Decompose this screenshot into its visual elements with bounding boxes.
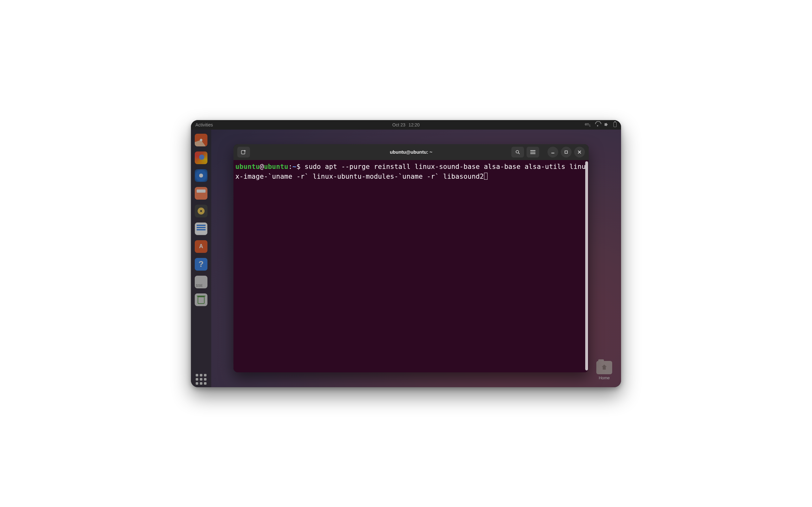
screen-frame: Activities Oct 23 12:20 en1 ? SSE Home bbox=[191, 120, 621, 387]
prompt-colon: : bbox=[288, 163, 293, 170]
screenshot-icon: SSE bbox=[195, 276, 207, 288]
minimize-button[interactable] bbox=[548, 147, 558, 158]
prompt-at: @ bbox=[260, 163, 264, 170]
hamburger-menu-button[interactable] bbox=[526, 147, 539, 158]
new-tab-button[interactable] bbox=[237, 147, 250, 158]
maximize-button[interactable] bbox=[561, 147, 571, 158]
battery-icon[interactable] bbox=[613, 122, 617, 127]
firefox-icon bbox=[195, 152, 207, 164]
prompt-host: ubuntu bbox=[264, 163, 288, 170]
terminal-content[interactable]: ubuntu@ubuntu:~$ sudo apt --purge reinst… bbox=[234, 160, 589, 372]
gnome-topbar: Activities Oct 23 12:20 en1 bbox=[191, 120, 621, 130]
rhythmbox-icon bbox=[195, 205, 207, 217]
network-icon[interactable] bbox=[595, 123, 600, 126]
desktop-home-folder[interactable]: Home bbox=[596, 361, 612, 380]
dock-app-installer[interactable] bbox=[193, 132, 209, 148]
dock-app-trash[interactable] bbox=[193, 292, 209, 308]
lang-code: en bbox=[585, 122, 589, 126]
terminal-title: ubuntu@ubuntu: ~ bbox=[390, 149, 432, 155]
new-tab-icon bbox=[241, 150, 246, 155]
dock: ? SSE bbox=[191, 130, 211, 387]
topbar-date: Oct 23 bbox=[392, 122, 405, 127]
terminal-headerbar: ubuntu@ubuntu: ~ bbox=[234, 144, 589, 160]
close-button[interactable] bbox=[574, 147, 585, 158]
installer-icon bbox=[195, 134, 207, 147]
dock-app-firefox[interactable] bbox=[193, 150, 209, 166]
prompt-user: ubuntu bbox=[235, 163, 260, 170]
hamburger-icon bbox=[530, 150, 536, 155]
applications-grid-icon bbox=[195, 373, 207, 386]
dock-app-screenshot[interactable]: SSE bbox=[193, 274, 209, 290]
dock-app-writer[interactable] bbox=[193, 221, 209, 237]
show-applications-button[interactable] bbox=[193, 372, 209, 387]
terminal-window: ubuntu@ubuntu: ~ ubuntu@ubuntu:~$ sudo a… bbox=[234, 144, 589, 372]
lang-variant: 1 bbox=[589, 124, 591, 127]
software-icon bbox=[195, 240, 207, 253]
terminal-line: ubuntu@ubuntu:~$ sudo apt --purge reinst… bbox=[235, 162, 586, 182]
topbar-time: 12:20 bbox=[409, 122, 420, 127]
dock-app-files[interactable] bbox=[193, 185, 209, 201]
activities-button[interactable]: Activities bbox=[191, 122, 217, 127]
dock-app-rhythmbox[interactable] bbox=[193, 203, 209, 219]
dock-app-thunderbird[interactable] bbox=[193, 168, 209, 183]
minimize-icon bbox=[550, 150, 555, 155]
volume-icon[interactable] bbox=[605, 123, 609, 126]
dock-app-help[interactable]: ? bbox=[193, 257, 209, 272]
home-folder-icon bbox=[596, 361, 612, 374]
terminal-scrollbar[interactable] bbox=[585, 161, 588, 371]
search-icon bbox=[515, 150, 520, 155]
input-language-indicator[interactable]: en1 bbox=[585, 122, 591, 127]
prompt-path: ~ bbox=[293, 163, 297, 170]
clock-area[interactable]: Oct 23 12:20 bbox=[392, 122, 420, 127]
svg-rect-2 bbox=[565, 151, 567, 153]
close-icon bbox=[577, 150, 582, 155]
files-icon bbox=[195, 187, 207, 200]
writer-icon bbox=[195, 222, 207, 235]
terminal-cursor bbox=[484, 173, 488, 180]
home-folder-label: Home bbox=[596, 376, 612, 380]
thunderbird-icon bbox=[195, 169, 207, 182]
trash-icon bbox=[195, 293, 207, 306]
prompt-dollar: $ bbox=[297, 163, 301, 170]
maximize-icon bbox=[564, 150, 569, 155]
dock-app-software[interactable] bbox=[193, 239, 209, 255]
search-button[interactable] bbox=[511, 147, 524, 158]
help-icon: ? bbox=[195, 258, 207, 271]
